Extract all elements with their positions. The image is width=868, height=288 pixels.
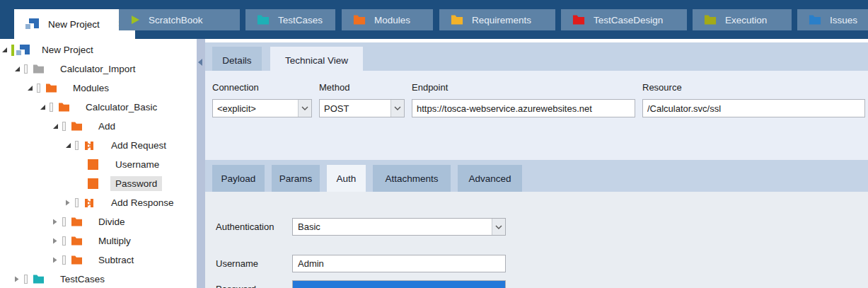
- module-detail-panel: DetailsTechnical View Connection Method …: [205, 39, 868, 288]
- chevron-down-icon[interactable]: [298, 100, 311, 117]
- tree-item-label: Calculator_Import: [55, 62, 141, 76]
- resource-input[interactable]: [642, 99, 865, 117]
- password-input[interactable]: [292, 280, 506, 288]
- top-tab-testcases[interactable]: TestCases: [245, 9, 335, 30]
- tree-item-label: Calculator_Basic: [81, 100, 162, 115]
- top-tab-testcasedesign[interactable]: TestCaseDesign: [561, 9, 687, 30]
- top-tab-scratchbook[interactable]: ScratchBook: [119, 9, 240, 30]
- authentication-label: Authentication: [216, 221, 274, 232]
- checkout-state-icon: [24, 275, 33, 284]
- tree-item-label: New Project: [37, 42, 98, 57]
- checkout-state-icon: [75, 198, 83, 207]
- endpoint-value[interactable]: [412, 100, 635, 117]
- tree-item-username[interactable]: Username: [0, 155, 197, 174]
- collapse-icon[interactable]: [14, 66, 24, 72]
- connection-label: Connection: [212, 82, 259, 93]
- top-tab-label: New Project: [48, 19, 100, 30]
- tree-item-new-project[interactable]: New Project: [0, 40, 197, 59]
- folder-icon: [71, 217, 89, 226]
- collapse-icon[interactable]: [52, 123, 62, 129]
- request-sub-tab-strip: PayloadParamsAuthAttachmentsAdvanced: [205, 160, 868, 192]
- top-tab-execution[interactable]: Execution: [693, 9, 792, 30]
- authentication-select[interactable]: [292, 218, 506, 236]
- password-label: Password: [216, 284, 256, 288]
- top-tab-issues[interactable]: Issues: [797, 9, 868, 30]
- collapse-icon[interactable]: [65, 142, 75, 149]
- connection-select[interactable]: [212, 99, 312, 117]
- collapse-icon[interactable]: [1, 47, 11, 53]
- tree-item-multiply[interactable]: Multiply: [0, 231, 197, 250]
- chevron-down-icon[interactable]: [492, 219, 505, 235]
- authentication-value[interactable]: [293, 219, 492, 235]
- view-tab-label: Technical View: [285, 55, 348, 66]
- method-value[interactable]: [320, 100, 390, 117]
- username-value[interactable]: [293, 255, 505, 272]
- checkout-state-icon: [50, 103, 58, 112]
- checkout-state-icon: [37, 83, 45, 93]
- resource-label: Resource: [642, 82, 682, 93]
- sub-tab-advanced[interactable]: Advanced: [458, 165, 522, 192]
- view-tab-strip: DetailsTechnical View: [205, 39, 868, 71]
- top-tab-label: Modules: [374, 15, 410, 25]
- sub-tab-params[interactable]: Params: [272, 165, 320, 192]
- checkout-state-icon: [62, 255, 71, 265]
- top-tab-label: Issues: [830, 15, 857, 25]
- tree-item-calculator-import[interactable]: Calculator_Import: [0, 59, 197, 79]
- panel-splitter[interactable]: [197, 39, 205, 288]
- sub-tab-label: Params: [279, 173, 313, 184]
- connection-value[interactable]: [213, 100, 298, 117]
- username-input[interactable]: [292, 255, 506, 272]
- tree-item-add-request[interactable]: Add Request: [0, 136, 197, 155]
- top-tab-requirements[interactable]: Requirements: [439, 9, 555, 30]
- folder-icon: [704, 15, 717, 25]
- collapse-icon[interactable]: [40, 104, 50, 110]
- tree-item-testcases[interactable]: TestCases: [0, 270, 197, 288]
- module-attribute-icon: [88, 178, 106, 189]
- top-tab-new-project[interactable]: New Project ✕: [14, 9, 135, 39]
- tree-item-subtract[interactable]: Subtract: [0, 250, 197, 270]
- chevron-down-icon[interactable]: [390, 100, 404, 117]
- tree-item-label: Multiply: [93, 234, 136, 248]
- sub-tab-payload[interactable]: Payload: [212, 165, 265, 192]
- checkout-state-icon: [75, 141, 83, 150]
- folder-icon: [572, 15, 585, 25]
- module-icon: [83, 197, 102, 209]
- method-label: Method: [319, 82, 349, 93]
- top-tab-label: ScratchBook: [149, 15, 203, 25]
- sub-tab-attachments[interactable]: Attachments: [373, 165, 451, 192]
- expand-icon[interactable]: [52, 257, 62, 263]
- tree-item-add-response[interactable]: Add Response: [0, 193, 197, 212]
- top-tab-bar: New Project ✕ ScratchBookTestCasesModule…: [0, 0, 868, 39]
- tree-item-modules[interactable]: Modules: [0, 79, 197, 98]
- top-tab-modules[interactable]: Modules: [342, 9, 433, 30]
- auth-form: Authentication Username Password Pre-aut…: [205, 192, 868, 288]
- folder-icon: [257, 15, 270, 25]
- tree-item-password[interactable]: Password: [0, 174, 197, 193]
- expand-icon[interactable]: [65, 200, 75, 206]
- checkout-state-icon: [62, 217, 71, 226]
- tree-item-label: Add Response: [106, 195, 179, 210]
- checkout-state-icon: [24, 64, 33, 74]
- play-icon: [130, 15, 140, 25]
- folder-icon: [451, 15, 463, 25]
- method-select[interactable]: [319, 99, 405, 117]
- collapse-left-icon[interactable]: [198, 59, 202, 66]
- tree-item-label: Add: [93, 119, 120, 134]
- folder-icon: [33, 64, 51, 74]
- endpoint-input[interactable]: [412, 99, 635, 117]
- request-settings-section: Connection Method Endpoint Resource: [205, 71, 868, 160]
- password-value[interactable]: [293, 281, 505, 288]
- folder-icon: [353, 15, 366, 25]
- top-tab-label: TestCases: [278, 15, 323, 25]
- tree-item-add[interactable]: Add: [0, 117, 197, 136]
- module-icon: [83, 140, 102, 151]
- collapse-icon[interactable]: [27, 85, 37, 91]
- expand-icon[interactable]: [52, 238, 62, 244]
- expand-icon[interactable]: [52, 219, 62, 225]
- expand-icon[interactable]: [14, 276, 24, 282]
- tree-item-divide[interactable]: Divide: [0, 212, 197, 231]
- tree-item-calculator-basic[interactable]: Calculator_Basic: [0, 98, 197, 117]
- sub-tab-auth[interactable]: Auth: [327, 165, 366, 192]
- resource-value[interactable]: [643, 100, 864, 117]
- tree-item-label: Divide: [93, 214, 130, 229]
